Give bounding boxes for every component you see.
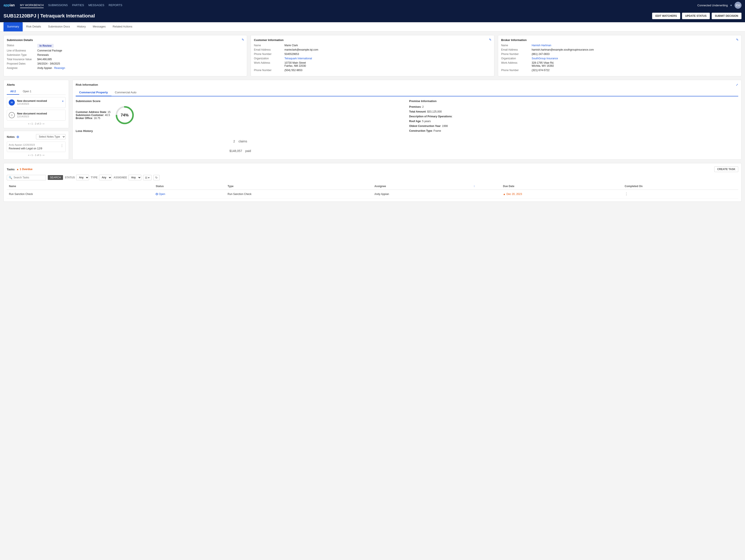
premise-row-4: Roof Age: 5 years: [409, 120, 738, 123]
alert-text-1: New document received 12/14/2023: [17, 99, 60, 105]
broker-address-row: Work Address 328-1795 Vitae Rd. Wichita,…: [501, 61, 738, 67]
risk-header: Risk Information ⤢: [76, 83, 738, 86]
create-task-button[interactable]: CREATE TASK: [714, 166, 738, 172]
customer-name-value: Marie Clark: [284, 44, 298, 47]
nav-messages[interactable]: MESSAGES: [88, 3, 104, 8]
overdue-badge: ▲ 1 Overdue: [17, 168, 32, 171]
alert-tab-all[interactable]: All 2: [7, 89, 19, 95]
risk-tab-commercial-auto[interactable]: Commercial Auto: [111, 89, 140, 96]
risk-section: Risk Information ⤢ Commercial Property C…: [72, 80, 742, 160]
tasks-header: Tasks ▲ 1 Overdue CREATE TASK: [7, 166, 738, 172]
type-filter-select[interactable]: Any: [99, 175, 112, 180]
task-search-button[interactable]: SEARCH: [48, 175, 63, 180]
tab-history[interactable]: History: [73, 22, 89, 31]
alert-text-2: New document received 12/14/2023: [17, 112, 64, 118]
broker-org-row: Organization SouthGroup Insurance: [501, 57, 738, 60]
customer-info-card: Customer Information ✎ Name Marie Clark …: [251, 35, 494, 76]
submission-details-edit-icon[interactable]: ✎: [241, 38, 244, 41]
score-loss-col: Submission Score Customer Address State:…: [76, 99, 405, 154]
tab-submission-docs[interactable]: Submission Docs: [44, 22, 73, 31]
nav-submissions[interactable]: SUBMISSIONS: [48, 3, 68, 8]
total-insurance-row: Total Insurance Value $44,466,685: [7, 58, 244, 61]
nav-parties[interactable]: PARTIES: [72, 3, 84, 8]
col-type: Type: [226, 183, 372, 190]
assignee-value: Andy Appian: [37, 67, 52, 70]
customer-org-label: Organization: [254, 57, 284, 60]
risk-content: Submission Score Customer Address State:…: [76, 99, 738, 154]
broker-info-title: Broker Information: [501, 38, 738, 42]
assignee-filter-select[interactable]: Any: [128, 175, 141, 180]
broker-org-label: Organization: [501, 57, 532, 60]
proposed-dates-label: Proposed Dates: [7, 62, 37, 65]
customer-phone1-label: Phone Number: [254, 53, 284, 56]
proposed-dates-value: 3/6/2024 - 3/6/2025: [37, 62, 60, 65]
score-row-2: Submission Customer: 40.5: [76, 113, 110, 117]
risk-tab-commercial-property[interactable]: Commercial Property: [76, 89, 111, 96]
expand-icon[interactable]: ⤢: [736, 83, 738, 86]
note-menu-1[interactable]: ⋮: [60, 143, 64, 147]
nav-my-workbench[interactable]: MY WORKBENCH: [20, 3, 44, 8]
reassign-link[interactable]: Reassign: [54, 67, 65, 70]
avatar[interactable]: CU: [735, 2, 742, 9]
premise-row-5: Oldest Construction Year: 1998: [409, 125, 738, 128]
broker-email-label: Email Address: [501, 48, 532, 51]
nav-right: Connected Underwriting ▾ CU: [698, 2, 742, 9]
broker-email-value: hamish.hartman@example.southgroupinsuran…: [532, 48, 594, 51]
task-search-input[interactable]: [13, 176, 44, 179]
customer-info-edit-icon[interactable]: ✎: [489, 38, 492, 41]
task-table-head: Name Status Type Assignee ↑ Due Date Com…: [7, 183, 738, 190]
customer-org-value[interactable]: Tetraquark International: [284, 57, 312, 60]
submit-decision-button[interactable]: SUBMIT DECISION: [712, 13, 742, 19]
refresh-button[interactable]: ↻: [153, 175, 160, 180]
customer-name-label: Name: [254, 44, 284, 47]
alerts-section: Alerts All 2 Open 1 ✉ New document recei…: [3, 80, 69, 128]
col-sort[interactable]: ↑: [471, 183, 501, 190]
notes-header: Notes ⊕ Select Notes Type: [7, 134, 66, 139]
broker-phone1-row: Phone Number (861) 247-0833: [501, 53, 738, 56]
score-circle-text: 74%: [121, 113, 129, 118]
customer-org-row: Organization Tetraquark International: [254, 57, 491, 60]
alert-date-1: 12/14/2023: [17, 102, 60, 105]
total-insurance-label: Total Insurance Value: [7, 58, 37, 61]
premise-row-3: Description of Primary Operations:: [409, 115, 738, 118]
broker-info-edit-icon[interactable]: ✎: [736, 38, 739, 41]
total-insurance-value: $44,466,685: [37, 58, 52, 61]
broker-phone2-value: (321) 674-5722: [532, 69, 550, 72]
broker-name-label: Name: [501, 44, 532, 47]
page-header: SUB12120BPJ | Tetraquark International E…: [0, 10, 745, 22]
user-org[interactable]: Connected Underwriting: [698, 4, 728, 7]
customer-email-value: marieclark@example.tqi.com: [284, 48, 318, 51]
warning-icon: ▲: [503, 193, 506, 196]
tab-risk-details[interactable]: Risk Details: [23, 22, 45, 31]
nav-reports[interactable]: REPORTS: [108, 3, 122, 8]
task-row-menu-1[interactable]: ⋮: [625, 192, 628, 196]
status-filter-select[interactable]: Any: [76, 175, 89, 180]
alert-tab-open[interactable]: Open 1: [19, 89, 35, 95]
broker-email-row: Email Address hamish.hartman@example.sou…: [501, 48, 738, 51]
tab-summary[interactable]: Summary: [3, 22, 23, 31]
nav-links: MY WORKBENCH SUBMISSIONS PARTIES MESSAGE…: [20, 3, 122, 8]
alert-email-icon: ✉: [9, 99, 15, 105]
tasks-title: Tasks ▲ 1 Overdue: [7, 168, 32, 171]
customer-address-value: 10730 Main Street Fairfax, NM 22030: [284, 61, 306, 67]
broker-org-value[interactable]: SouthGroup Insurance: [532, 57, 558, 60]
task-status-1: Open: [154, 190, 226, 198]
alert-close-1[interactable]: ×: [62, 99, 64, 103]
col-status: Status: [154, 183, 226, 190]
task-search-wrap: 🔍: [7, 175, 46, 180]
edit-watchers-button[interactable]: EDIT WATCHERS: [652, 13, 680, 19]
alerts-pagination: « ‹ 1 - 2 of 2 › »: [7, 122, 66, 125]
submission-type-label: Submission Type: [7, 54, 37, 57]
notes-add-icon[interactable]: ⊕: [17, 135, 19, 139]
notes-type-select[interactable]: Select Notes Type: [36, 134, 66, 139]
alert-title-2: New document received: [17, 112, 64, 115]
broker-name-value[interactable]: Hamish Hartman: [532, 44, 551, 47]
submission-type-value: Renewals: [37, 54, 49, 57]
tab-messages[interactable]: Messages: [89, 22, 109, 31]
task-row-1: Run Sanction Check Open Run Sanction Che…: [7, 190, 738, 198]
page-title: SUB12120BPJ | Tetraquark International: [3, 13, 95, 19]
update-status-button[interactable]: UPDATE STATUS: [682, 13, 710, 19]
filter-icon-button[interactable]: ⊟ ▾: [143, 175, 152, 180]
tab-related-actions[interactable]: Related Actions: [109, 22, 136, 31]
alert-document-icon: ⊙: [9, 112, 15, 118]
